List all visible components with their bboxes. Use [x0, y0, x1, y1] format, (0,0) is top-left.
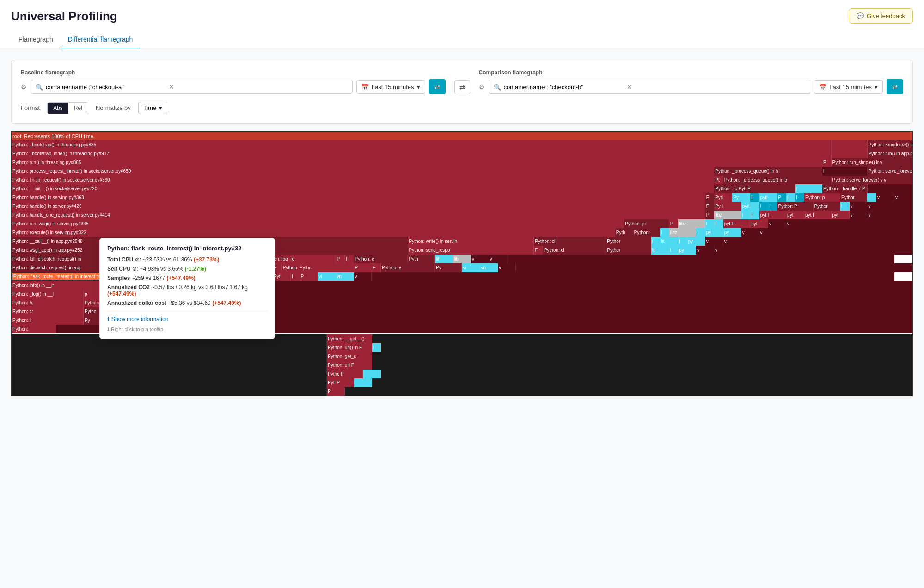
flame-row[interactable]: Pt [714, 176, 723, 184]
flame-row[interactable] [165, 298, 912, 307]
flame-row[interactable]: v [786, 219, 912, 228]
flame-row[interactable]: Pythor: P [777, 202, 814, 211]
flame-row[interactable] [345, 387, 912, 396]
flame-row[interactable]: Python: handle_one_request() in server.p… [12, 211, 705, 219]
flame-row[interactable]: Python: Pythc [282, 263, 354, 272]
flame-row[interactable]: Python: __init__() in socketserver.py#72… [12, 184, 714, 193]
flame-row[interactable]: Python: run_wsgi() in serving.py#335 [12, 219, 624, 228]
flame-row[interactable]: v [723, 237, 912, 246]
comparison-search-input[interactable] [504, 84, 624, 91]
flame-row[interactable]: Pyth [408, 255, 434, 263]
flame-row[interactable]: Python: _bootstrap_inner() in threading.… [12, 149, 832, 158]
flame-row[interactable]: l [741, 211, 750, 219]
flame-row[interactable]: v [498, 263, 516, 272]
flame-row[interactable]: Pythor [840, 193, 867, 202]
flame-row[interactable]: P [705, 211, 714, 219]
flame-row[interactable] [12, 343, 327, 352]
normalize-select[interactable]: Time ▾ [138, 102, 167, 114]
flame-row[interactable]: Python: run() in app.py vml lib [868, 149, 912, 158]
flame-row[interactable]: pyt [832, 211, 850, 219]
flame-row[interactable]: Python: _process_queue() in h l [714, 167, 822, 176]
flame-row[interactable]: Pytl P [327, 378, 354, 387]
flame-row[interactable]: F [705, 193, 714, 202]
flame-row[interactable]: Python: _p Pytl P [714, 184, 795, 193]
flame-row[interactable]: libz [678, 219, 705, 228]
flame-row[interactable]: P [669, 219, 678, 228]
flame-row[interactable]: Python: e [381, 263, 435, 272]
flame-row[interactable]: Pytl [714, 193, 732, 202]
flame-row[interactable]: Python: serve_forever( v v [832, 176, 912, 184]
flame-row[interactable]: py [678, 246, 696, 255]
flame-row[interactable]: Pythor [814, 202, 840, 211]
tab-differential[interactable]: Differential flamegraph [61, 31, 141, 48]
flame-row[interactable] [868, 184, 912, 193]
flame-row[interactable] [12, 378, 327, 387]
flame-row[interactable]: Pythor [606, 246, 651, 255]
flame-row[interactable]: Pythor [606, 237, 651, 246]
flame-row[interactable]: Pyth [615, 228, 633, 237]
flame-row[interactable]: Python: handle() in serving.py#363 [12, 193, 705, 202]
flame-row[interactable] [12, 387, 327, 396]
flame-row[interactable] [381, 370, 912, 378]
flame-row[interactable]: pytl [759, 193, 777, 202]
flame-row[interactable]: | [795, 184, 822, 193]
flame-row[interactable]: v [759, 228, 912, 237]
flame-row[interactable]: l [651, 237, 660, 246]
tab-flamegraph[interactable]: Flamegraph [11, 31, 61, 48]
format-abs-button[interactable]: Abs [48, 103, 68, 114]
flame-row[interactable]: v [894, 193, 912, 202]
flame-row[interactable] [12, 370, 327, 378]
flame-row[interactable] [372, 361, 912, 370]
flame-row[interactable]: Python: cl [543, 246, 606, 255]
flame-row[interactable]: v [354, 272, 372, 281]
flame-row[interactable]: | [867, 193, 876, 202]
flame-row[interactable]: l [750, 193, 759, 202]
baseline-clear-button[interactable]: ✕ [169, 83, 174, 91]
flame-row[interactable]: Py l [714, 202, 741, 211]
flame-row[interactable]: l [291, 272, 300, 281]
flame-row[interactable]: vn [480, 263, 498, 272]
flame-row[interactable]: Python: pı [624, 219, 669, 228]
flame-row[interactable]: l [660, 228, 669, 237]
flame-row[interactable]: Python: execute() in serving.py#322 [12, 228, 615, 237]
flame-row[interactable] [516, 263, 912, 272]
flame-row[interactable]: libz [714, 211, 741, 219]
flame-row-root[interactable]: root: Represents 100% of CPU time. [12, 132, 912, 140]
flame-row[interactable] [372, 334, 912, 343]
flame-row[interactable]: l [786, 193, 795, 202]
flame-row[interactable]: Python: run_simple() ir v [832, 158, 912, 167]
flame-row[interactable]: pyt [786, 211, 804, 219]
flame-row[interactable]: F [534, 246, 543, 255]
show-more-link[interactable]: ℹ Show more information [107, 316, 267, 322]
flame-row[interactable]: I [372, 343, 381, 352]
flame-row[interactable]: v [876, 193, 894, 202]
flame-row[interactable]: l [705, 219, 714, 228]
flame-row[interactable]: py [705, 228, 723, 237]
flame-row[interactable]: vi [318, 272, 336, 281]
flame-row[interactable]: v [714, 246, 912, 255]
flame-row[interactable]: v [850, 202, 868, 211]
flame-row[interactable]: l [759, 202, 768, 211]
baseline-search-input[interactable] [46, 84, 166, 91]
flame-row[interactable]: pyt F [723, 219, 750, 228]
format-rel-button[interactable]: Rel [68, 103, 88, 114]
flame-row[interactable]: Python: process_request_thread() in sock… [12, 167, 714, 176]
flame-row[interactable]: Python: e [354, 255, 408, 263]
flame-row[interactable]: Python: [12, 325, 56, 333]
flame-row[interactable]: Python: run() in threading.py#865 [12, 158, 822, 167]
flame-row[interactable]: lil [435, 255, 453, 263]
flame-row[interactable]: P [822, 158, 831, 167]
flame-row[interactable]: Pythc P [327, 370, 363, 378]
flame-row[interactable]: lil [651, 246, 669, 255]
flame-row[interactable] [12, 352, 327, 361]
flame-row[interactable]: P [777, 193, 786, 202]
flame-row[interactable]: P [336, 255, 345, 263]
flame-row[interactable] [507, 255, 894, 263]
baseline-date-picker[interactable]: 📅 Last 15 minutes ▾ [356, 80, 425, 94]
flame-row[interactable]: Python: _process_queue() in b [723, 176, 832, 184]
flame-row[interactable]: l [678, 237, 687, 246]
flame-row[interactable]: l [795, 193, 804, 202]
flame-row[interactable] [372, 378, 912, 387]
flame-row[interactable]: Python: _handle_r P v [822, 184, 867, 193]
baseline-search-box[interactable]: 🔍 ✕ [31, 80, 353, 94]
